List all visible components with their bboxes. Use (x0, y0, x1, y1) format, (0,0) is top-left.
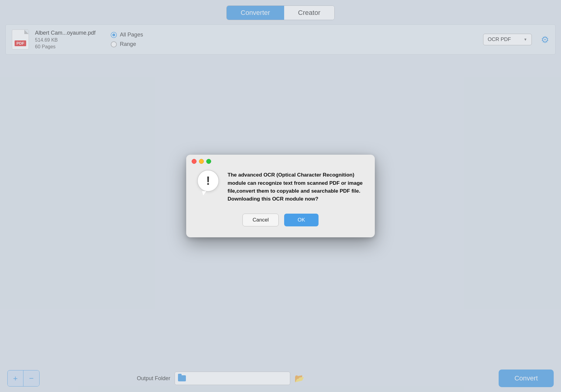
dialog-icon-area: ! (197, 170, 219, 192)
dialog-titlebar (186, 155, 375, 167)
dialog-message: The advanced OCR (Optical Character Reco… (228, 170, 363, 203)
dialog-body: ! The advanced OCR (Optical Character Re… (186, 167, 375, 212)
alert-icon: ! (197, 170, 219, 192)
dialog-overlay: ! The advanced OCR (Optical Character Re… (0, 0, 561, 392)
close-button-traffic-light[interactable] (192, 159, 197, 164)
minimize-button-traffic-light[interactable] (199, 159, 204, 164)
cancel-button[interactable]: Cancel (242, 214, 279, 226)
maximize-button-traffic-light[interactable] (206, 159, 211, 164)
ocr-dialog: ! The advanced OCR (Optical Character Re… (186, 155, 375, 237)
exclamation-icon: ! (206, 175, 210, 187)
dialog-buttons: Cancel OK (186, 214, 375, 226)
ok-button[interactable]: OK (284, 214, 319, 226)
